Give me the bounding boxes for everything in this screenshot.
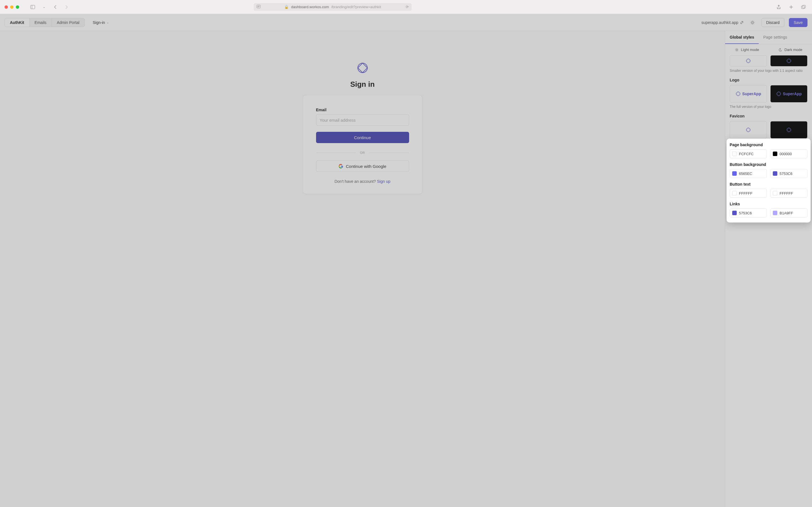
light-mode-label: Light mode [741, 48, 759, 52]
svg-line-24 [738, 51, 738, 51]
new-tab-icon[interactable] [787, 3, 795, 11]
svg-point-8 [751, 21, 753, 23]
tab-global-styles[interactable]: Global styles [725, 31, 759, 44]
toolbar-dropdown-icon[interactable]: ⌄ [40, 3, 48, 11]
signup-link[interactable]: Sign up [377, 179, 390, 184]
button-text-label: Button text [730, 182, 808, 186]
favicon-dark[interactable] [770, 121, 808, 138]
signin-title: Sign in [350, 80, 375, 89]
tab-authkit[interactable]: AuthKit [5, 18, 30, 27]
color-chip [773, 191, 777, 195]
mode-row: Light mode Dark mode [725, 44, 812, 55]
url-path: /branding/edit?preview=authkit [331, 5, 381, 9]
browser-toolbar: ⌄ 🔒 dashboard.workos.com/branding/edit?p… [0, 0, 812, 14]
button-bg-light-input[interactable]: 6565EC [730, 169, 767, 178]
share-icon[interactable] [775, 3, 783, 11]
svg-point-32 [787, 128, 791, 132]
or-text: OR [360, 151, 365, 154]
reader-icon[interactable] [257, 5, 260, 9]
theme-toggle[interactable] [748, 18, 757, 27]
minimize-window[interactable] [10, 5, 13, 9]
color-chip [732, 171, 737, 176]
page-bg-light-input[interactable]: FCFCFC [730, 149, 767, 158]
color-chip [773, 211, 777, 215]
color-value: 000000 [779, 152, 792, 156]
preview-domain-text: superapp.authkit.app [702, 20, 739, 25]
logo-section-label: Logo [730, 78, 808, 82]
dark-mode-column[interactable]: Dark mode [769, 44, 812, 55]
page-bg-dark-input[interactable]: 000000 [770, 149, 808, 158]
window-controls [4, 5, 19, 9]
signup-prompt: Don't have an account? Sign up [316, 179, 409, 184]
page-bg-label: Page background [730, 143, 808, 147]
logomark-dark[interactable] [770, 55, 808, 66]
signin-card: Email Continue OR Continue with Google D… [303, 95, 422, 194]
color-chip [732, 211, 737, 215]
svg-point-28 [787, 59, 791, 63]
svg-line-16 [754, 21, 754, 21]
brand-logomark-icon [746, 127, 751, 132]
color-value: FCFCFC [739, 152, 754, 156]
page-select[interactable]: Sign-in ⌄ [89, 18, 112, 26]
links-dark-input[interactable]: B1A9FF [770, 209, 808, 217]
svg-line-14 [754, 23, 754, 24]
svg-line-23 [735, 48, 735, 49]
color-value: 5753C6 [779, 172, 793, 176]
url-host: dashboard.workos.com [291, 5, 329, 9]
sun-icon [735, 48, 739, 52]
maximize-window[interactable] [16, 5, 19, 9]
sun-icon [750, 20, 755, 25]
section-switcher: AuthKit Emails Admin Portal [4, 18, 85, 27]
brand-logomark-icon [786, 58, 792, 63]
save-button[interactable]: Save [789, 18, 808, 27]
tab-admin-portal[interactable]: Admin Portal [52, 18, 85, 27]
moon-icon [778, 48, 782, 52]
svg-point-17 [358, 63, 367, 73]
preview-domain-link[interactable]: superapp.authkit.app [702, 20, 744, 25]
close-window[interactable] [4, 5, 8, 9]
app-header: AuthKit Emails Admin Portal Sign-in ⌄ su… [0, 14, 812, 31]
continue-with-google-button[interactable]: Continue with Google [316, 161, 409, 172]
button-bg-dark-input[interactable]: 5753C6 [770, 169, 808, 178]
links-label: Links [730, 202, 808, 206]
logo-light[interactable]: SuperApp [730, 85, 767, 103]
settings-panel: Global styles Page settings Light mode D… [725, 31, 812, 507]
back-button[interactable] [51, 3, 59, 11]
color-value: FFFFFF [739, 191, 753, 195]
email-label: Email [316, 108, 409, 112]
svg-rect-0 [31, 5, 35, 9]
logo-dark-text: SuperApp [783, 92, 802, 96]
panel-tabs: Global styles Page settings [725, 31, 812, 44]
button-text-dark-input[interactable]: FFFFFF [770, 189, 808, 198]
svg-point-18 [736, 49, 737, 50]
page-select-label: Sign-in [93, 20, 105, 25]
links-light-input[interactable]: 5753C6 [730, 209, 767, 217]
brand-logomark [357, 62, 368, 74]
svg-point-30 [776, 92, 781, 96]
logo-help: The full version of your logo [730, 105, 808, 109]
address-bar[interactable]: 🔒 dashboard.workos.com/branding/edit?pre… [254, 3, 412, 11]
brand-logomark-icon [786, 127, 792, 132]
google-button-label: Continue with Google [346, 164, 386, 169]
light-mode-column[interactable]: Light mode [725, 44, 769, 55]
button-text-light-input[interactable]: FFFFFF [730, 189, 767, 198]
forward-button[interactable] [63, 3, 70, 11]
discard-button[interactable]: Discard [762, 18, 784, 27]
favicon-light[interactable] [730, 121, 767, 138]
svg-line-26 [738, 48, 738, 49]
logo-dark[interactable]: SuperApp [770, 85, 808, 103]
svg-point-29 [736, 92, 740, 96]
logomark-light[interactable] [730, 55, 767, 66]
color-chip [732, 191, 737, 195]
tabs-overview-icon[interactable] [800, 3, 808, 11]
color-value: 6565EC [739, 172, 752, 176]
sidebar-toggle-icon[interactable] [29, 3, 37, 11]
brand-logomark-icon [776, 91, 781, 96]
reload-icon[interactable]: ⟳ [406, 5, 409, 9]
svg-point-31 [746, 128, 751, 132]
email-field[interactable] [316, 114, 409, 126]
continue-button[interactable]: Continue [316, 132, 409, 143]
tab-page-settings[interactable]: Page settings [759, 31, 792, 44]
or-divider: OR [316, 151, 409, 154]
tab-emails[interactable]: Emails [30, 18, 52, 27]
